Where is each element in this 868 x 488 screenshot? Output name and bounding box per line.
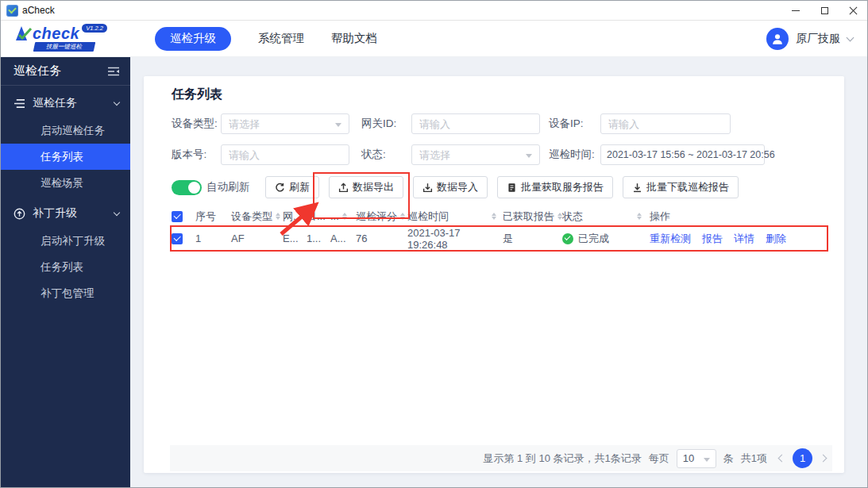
action-details-link[interactable]: 详情 bbox=[734, 232, 754, 246]
sidebar-group-label: 巡检任务 bbox=[33, 96, 77, 110]
row-checkbox[interactable] bbox=[172, 233, 183, 244]
col-score[interactable]: 巡检评分 bbox=[356, 209, 407, 224]
per-page-label: 每页 bbox=[649, 451, 669, 466]
auto-refresh-toggle[interactable] bbox=[172, 180, 202, 195]
sort-icon bbox=[342, 213, 347, 220]
action-report-link[interactable]: 报告 bbox=[702, 232, 723, 246]
col-seq: 序号 bbox=[195, 209, 231, 224]
per-page-unit: 条 bbox=[723, 451, 734, 466]
select-all-checkbox[interactable] bbox=[172, 211, 183, 222]
sidebar-title: 巡检任务 bbox=[14, 63, 61, 79]
tab-help-docs[interactable]: 帮助文档 bbox=[331, 31, 377, 46]
version-label: 版本号: bbox=[172, 148, 221, 162]
sort-icon bbox=[637, 213, 642, 220]
sidebar: 巡检任务 巡检任务 启动巡检任务 任务列表 巡检场景 补丁升级 启动补丁升级 任… bbox=[1, 57, 130, 487]
version-input[interactable] bbox=[222, 145, 349, 164]
app-header: check V1.2.2 技服一键巡检 巡检升级 系统管理 帮助文档 原厂技服 bbox=[1, 21, 867, 57]
col-target[interactable]: 目... bbox=[307, 209, 330, 224]
cell-gateway: E... bbox=[283, 232, 307, 244]
page-number-button[interactable]: 1 bbox=[793, 448, 812, 468]
cell-score: 76 bbox=[356, 232, 407, 244]
device-type-label: 设备类型: bbox=[172, 117, 221, 131]
version-field[interactable] bbox=[221, 144, 349, 165]
sidebar-item-inspection-scene[interactable]: 巡检场景 bbox=[1, 170, 130, 196]
device-ip-field[interactable] bbox=[600, 113, 731, 134]
inspection-time-value: 2021-03-17 15:56 ~ 2021-03-17 20:56 bbox=[607, 149, 775, 160]
inspection-time-range-picker[interactable]: 2021-03-17 15:56 ~ 2021-03-17 20:56 bbox=[600, 144, 765, 165]
sidebar-item-task-list-active[interactable]: 任务列表 bbox=[1, 144, 130, 170]
maximize-button[interactable] bbox=[810, 1, 839, 20]
cell-device-type: AF bbox=[231, 232, 283, 244]
prev-page-icon[interactable] bbox=[778, 455, 786, 463]
sidebar-item-start-patch-upgrade[interactable]: 启动补丁升级 bbox=[1, 228, 130, 254]
device-type-select[interactable] bbox=[221, 113, 349, 134]
sort-icon bbox=[492, 213, 496, 220]
chevron-down-icon bbox=[847, 33, 854, 41]
device-ip-input[interactable] bbox=[601, 114, 730, 133]
table-header-row: 序号 设备类型 网... 目... ... 巡检评分 巡检时间 已获取报告 状态… bbox=[172, 206, 827, 227]
device-type-input[interactable] bbox=[222, 114, 349, 133]
sort-icon bbox=[400, 213, 405, 220]
export-icon bbox=[338, 183, 349, 193]
app-icon bbox=[6, 5, 18, 17]
close-button[interactable] bbox=[839, 1, 867, 20]
per-page-select[interactable]: 10 bbox=[677, 449, 716, 468]
menu-fold-icon[interactable] bbox=[107, 66, 120, 77]
refresh-icon bbox=[275, 183, 285, 193]
col-report-fetched[interactable]: 已获取报告 bbox=[503, 209, 562, 224]
action-recheck-link[interactable]: 重新检测 bbox=[650, 232, 691, 246]
logo-tagline: 技服一键巡检 bbox=[33, 42, 96, 52]
download-icon bbox=[632, 183, 642, 193]
cell-more: A... bbox=[330, 232, 356, 244]
action-delete-link[interactable]: 删除 bbox=[766, 232, 786, 246]
next-page-icon[interactable] bbox=[820, 455, 827, 463]
user-menu[interactable]: 原厂技服 bbox=[766, 28, 853, 50]
col-actions: 操作 bbox=[650, 209, 827, 224]
cell-seq: 1 bbox=[195, 232, 231, 244]
batch-download-inspection-report-button[interactable]: 批量下载巡检报告 bbox=[623, 176, 739, 198]
cell-time: 2021-03-17 19:26:48 bbox=[407, 227, 503, 251]
batch-get-service-report-button[interactable]: 批量获取服务报告 bbox=[497, 176, 613, 198]
refresh-button[interactable]: 刷新 bbox=[265, 176, 319, 198]
sidebar-item-patch-task-list[interactable]: 任务列表 bbox=[1, 254, 130, 280]
table-toolbar: 自动刷新 刷新 数据导出 bbox=[172, 176, 827, 198]
sidebar-group-patch-upgrade[interactable]: 补丁升级 bbox=[1, 199, 130, 228]
sidebar-item-patch-package-mgmt[interactable]: 补丁包管理 bbox=[1, 280, 130, 306]
sort-icon bbox=[276, 213, 280, 220]
status-input[interactable] bbox=[412, 145, 539, 164]
top-nav: 巡检升级 系统管理 帮助文档 bbox=[155, 27, 377, 51]
tab-system-management[interactable]: 系统管理 bbox=[258, 31, 304, 46]
maximize-icon bbox=[821, 7, 828, 14]
page-title: 任务列表 bbox=[172, 86, 827, 103]
logo: check V1.2.2 技服一键巡检 bbox=[15, 25, 134, 52]
cell-status: 已完成 bbox=[562, 232, 650, 246]
gateway-id-field[interactable] bbox=[411, 113, 540, 134]
window-titlebar: aCheck bbox=[1, 1, 867, 21]
logo-mark-icon bbox=[15, 25, 33, 41]
gateway-id-label: 网关ID: bbox=[361, 117, 411, 131]
sidebar-item-start-inspection[interactable]: 启动巡检任务 bbox=[1, 117, 130, 144]
data-import-button[interactable]: 数据导入 bbox=[413, 176, 488, 198]
logo-version-badge: V1.2.2 bbox=[82, 24, 107, 33]
col-time[interactable]: 巡检时间 bbox=[407, 209, 503, 224]
pagination-summary: 显示第 1 到 10 条记录，共1条记录 bbox=[483, 451, 641, 466]
status-select[interactable] bbox=[411, 144, 540, 165]
data-export-button[interactable]: 数据导出 bbox=[329, 176, 403, 198]
col-status[interactable]: 状态 bbox=[562, 209, 650, 224]
import-icon bbox=[422, 183, 433, 193]
pagination-bar: 显示第 1 到 10 条记录，共1条记录 每页 10 条 共1项 1 bbox=[170, 445, 832, 471]
document-icon bbox=[507, 183, 517, 193]
cell-actions: 重新检测 报告 详情 删除 bbox=[650, 232, 827, 246]
user-name: 原厂技服 bbox=[796, 32, 840, 46]
sidebar-group-inspection-tasks[interactable]: 巡检任务 bbox=[1, 89, 130, 117]
minimize-button[interactable] bbox=[781, 1, 810, 20]
col-gateway[interactable]: 网... bbox=[283, 209, 307, 224]
total-items: 共1项 bbox=[741, 451, 767, 466]
user-avatar-icon bbox=[766, 28, 789, 50]
tab-inspection-upgrade[interactable]: 巡检升级 bbox=[155, 27, 231, 51]
gateway-id-input[interactable] bbox=[412, 114, 539, 133]
col-device-type[interactable]: 设备类型 bbox=[231, 209, 283, 224]
device-ip-label: 设备IP: bbox=[549, 117, 600, 131]
window-title: aCheck bbox=[22, 5, 55, 16]
col-more[interactable]: ... bbox=[330, 210, 356, 222]
